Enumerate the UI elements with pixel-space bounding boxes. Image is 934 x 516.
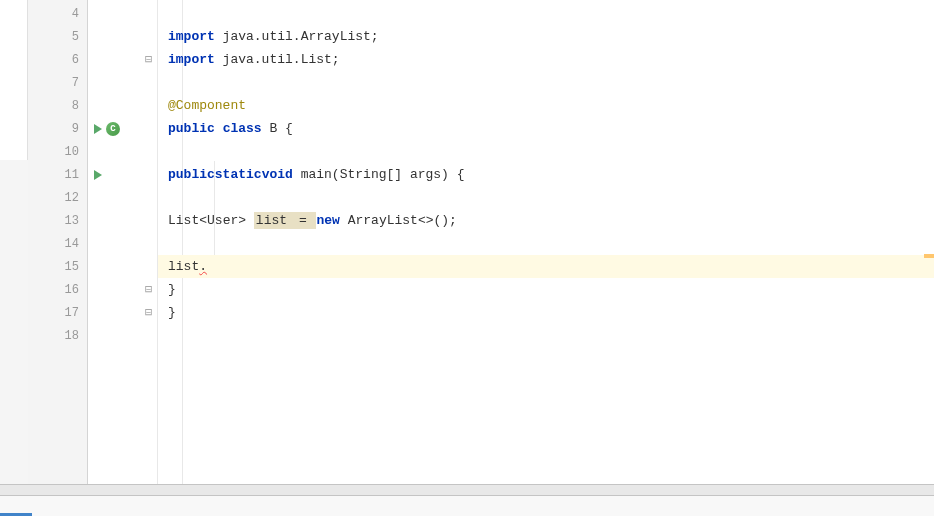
code-line[interactable]: public class B { <box>158 117 934 140</box>
code-line[interactable]: import java.util.List; <box>158 48 934 71</box>
line-number[interactable]: 7 <box>28 71 87 94</box>
operator-highlight: = <box>289 212 316 229</box>
fold-indicator-icon[interactable]: ⊟ <box>145 55 155 65</box>
code-line[interactable] <box>158 2 934 25</box>
code-line[interactable] <box>158 324 934 347</box>
line-number[interactable]: 11 <box>28 163 87 186</box>
status-bar[interactable] <box>0 496 934 516</box>
code-line[interactable]: } <box>158 278 934 301</box>
variable-highlight: list <box>254 212 289 229</box>
code-line[interactable] <box>158 232 934 255</box>
fold-indicator-icon[interactable]: ⊟ <box>145 285 155 295</box>
gutter-icon-area: ⊟ ⊟ ⊟ <box>88 0 158 484</box>
line-number[interactable]: 18 <box>28 324 87 347</box>
run-icon[interactable] <box>94 170 102 180</box>
fold-indicator-icon[interactable]: ⊟ <box>145 308 155 318</box>
scrollbar-warning-marker[interactable] <box>924 254 934 258</box>
code-line[interactable] <box>158 186 934 209</box>
code-line[interactable]: import java.util.ArrayList; <box>158 25 934 48</box>
code-line[interactable] <box>158 71 934 94</box>
line-number[interactable]: 15 <box>28 255 87 278</box>
editor-container: 4 5 6 7 8 9 10 11 12 13 14 15 16 17 18 ⊟… <box>0 0 934 484</box>
bottom-bar <box>0 484 934 516</box>
error-marker: . <box>199 259 207 274</box>
line-number[interactable]: 4 <box>28 2 87 25</box>
line-number[interactable]: 10 <box>28 140 87 163</box>
code-line-current[interactable]: list. <box>158 255 934 278</box>
run-icon[interactable] <box>94 124 102 134</box>
line-number[interactable]: 17 <box>28 301 87 324</box>
line-number[interactable]: 13 <box>28 209 87 232</box>
line-number[interactable]: 14 <box>28 232 87 255</box>
code-line[interactable]: public static void main(String[] args) { <box>158 163 934 186</box>
code-line[interactable]: @Component <box>158 94 934 117</box>
line-number[interactable]: 9 <box>28 117 87 140</box>
line-number[interactable]: 16 <box>28 278 87 301</box>
line-number-gutter[interactable]: 4 5 6 7 8 9 10 11 12 13 14 15 16 17 18 <box>28 0 88 484</box>
line-number[interactable]: 12 <box>28 186 87 209</box>
status-divider[interactable] <box>0 484 934 496</box>
code-line[interactable]: List<User> list = new ArrayList<>(); <box>158 209 934 232</box>
class-icon[interactable] <box>106 122 120 136</box>
code-line[interactable] <box>158 140 934 163</box>
left-margin <box>0 0 28 484</box>
code-line[interactable]: } <box>158 301 934 324</box>
line-number[interactable]: 8 <box>28 94 87 117</box>
line-number[interactable]: 5 <box>28 25 87 48</box>
line-number[interactable]: 6 <box>28 48 87 71</box>
code-editor[interactable]: import java.util.ArrayList; import java.… <box>158 0 934 484</box>
